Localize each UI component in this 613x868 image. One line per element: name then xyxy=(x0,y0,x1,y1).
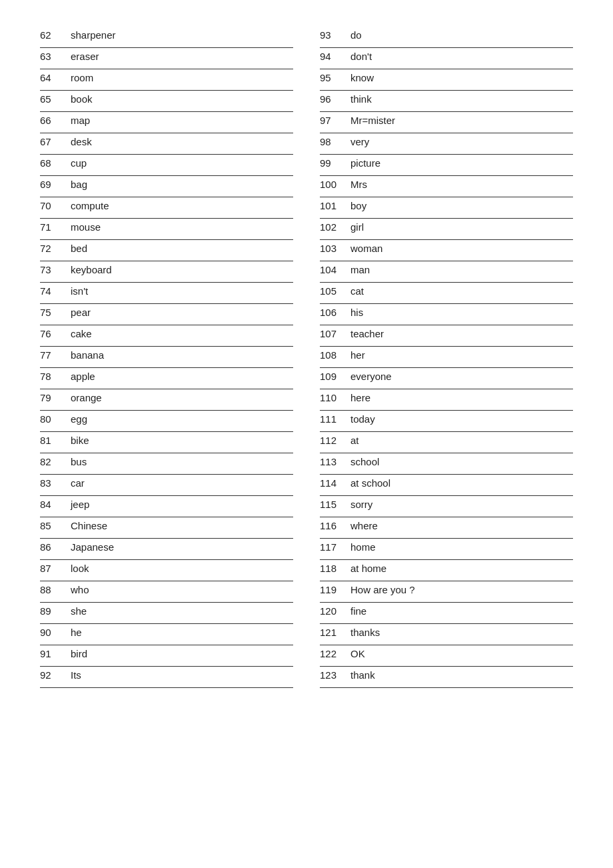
vocab-word: bus xyxy=(68,456,293,467)
vocab-word: cat xyxy=(348,285,573,297)
vocab-number: 78 xyxy=(40,371,68,382)
vocab-word: Mr=mister xyxy=(348,115,573,126)
list-item: 63eraser xyxy=(40,48,293,69)
vocab-number: 80 xyxy=(40,413,68,425)
vocab-number: 114 xyxy=(320,477,348,489)
vocab-number: 117 xyxy=(320,541,348,553)
list-item: 100Mrs xyxy=(320,176,573,197)
list-item: 99picture xyxy=(320,155,573,176)
list-item: 111today xyxy=(320,411,573,432)
vocab-number: 95 xyxy=(320,72,348,83)
list-item: 90he xyxy=(40,624,293,645)
vocab-word: where xyxy=(348,520,573,531)
list-item: 103woman xyxy=(320,240,573,261)
list-item: 113school xyxy=(320,453,573,475)
vocab-word: his xyxy=(348,307,573,318)
list-item: 92Its xyxy=(40,667,293,688)
list-item: 62sharpener xyxy=(40,27,293,48)
vocab-number: 96 xyxy=(320,93,348,105)
list-item: 114at school xyxy=(320,475,573,496)
list-item: 74isn't xyxy=(40,283,293,304)
vocab-number: 85 xyxy=(40,520,68,531)
vocab-word: he xyxy=(68,627,293,638)
list-item: 102girl xyxy=(320,219,573,240)
vocab-word: boy xyxy=(348,200,573,211)
list-item: 69bag xyxy=(40,176,293,197)
list-item: 106his xyxy=(320,304,573,325)
vocab-number: 120 xyxy=(320,605,348,617)
vocab-number: 87 xyxy=(40,563,68,574)
vocab-word: at school xyxy=(348,477,573,489)
vocab-number: 110 xyxy=(320,392,348,403)
vocab-word: room xyxy=(68,72,293,83)
vocab-word: girl xyxy=(348,221,573,233)
list-item: 77banana xyxy=(40,347,293,368)
vocab-word: car xyxy=(68,477,293,489)
vocab-word: isn't xyxy=(68,285,293,297)
list-item: 75pear xyxy=(40,304,293,325)
vocab-number: 112 xyxy=(320,435,348,446)
list-item: 70compute xyxy=(40,197,293,219)
list-item: 79orange xyxy=(40,389,293,411)
vocab-word: know xyxy=(348,72,573,83)
vocab-number: 75 xyxy=(40,307,68,318)
vocab-word: look xyxy=(68,563,293,574)
vocab-number: 105 xyxy=(320,285,348,297)
vocab-number: 93 xyxy=(320,29,348,41)
vocab-number: 118 xyxy=(320,563,348,574)
vocab-number: 64 xyxy=(40,72,68,83)
vocab-word: think xyxy=(348,93,573,105)
vocab-word: bag xyxy=(68,179,293,190)
vocab-number: 79 xyxy=(40,392,68,403)
list-item: 109everyone xyxy=(320,368,573,389)
vocab-word: jeep xyxy=(68,499,293,510)
list-item: 71mouse xyxy=(40,219,293,240)
list-item: 97Mr=mister xyxy=(320,112,573,133)
vocab-word: orange xyxy=(68,392,293,403)
list-item: 117home xyxy=(320,539,573,560)
vocab-number: 111 xyxy=(320,413,348,425)
list-item: 76cake xyxy=(40,325,293,347)
list-item: 80egg xyxy=(40,411,293,432)
vocab-word: very xyxy=(348,136,573,147)
vocab-word: picture xyxy=(348,157,573,169)
vocab-number: 77 xyxy=(40,349,68,361)
list-item: 112at xyxy=(320,432,573,453)
vocab-word: bird xyxy=(68,648,293,659)
vocab-word: How are you ? xyxy=(348,584,573,595)
vocab-number: 109 xyxy=(320,371,348,382)
vocab-word: today xyxy=(348,413,573,425)
vocab-word: don't xyxy=(348,51,573,62)
vocab-number: 94 xyxy=(320,51,348,62)
vocab-word: bed xyxy=(68,243,293,254)
vocab-word: thank xyxy=(348,669,573,681)
list-item: 82bus xyxy=(40,453,293,475)
vocab-word: thanks xyxy=(348,627,573,638)
vocab-word: eraser xyxy=(68,51,293,62)
vocab-number: 63 xyxy=(40,51,68,62)
list-item: 93do xyxy=(320,27,573,48)
vocab-word: banana xyxy=(68,349,293,361)
list-item: 73keyboard xyxy=(40,261,293,283)
right-column: 93do94don't95know96think97Mr=mister98ver… xyxy=(320,27,573,688)
vocab-word: she xyxy=(68,605,293,617)
list-item: 96think xyxy=(320,91,573,112)
vocab-number: 92 xyxy=(40,669,68,681)
list-item: 83car xyxy=(40,475,293,496)
list-item: 68cup xyxy=(40,155,293,176)
list-item: 118at home xyxy=(320,560,573,581)
vocab-number: 81 xyxy=(40,435,68,446)
vocab-number: 73 xyxy=(40,264,68,275)
vocab-word: her xyxy=(348,349,573,361)
vocab-word: woman xyxy=(348,243,573,254)
list-item: 88who xyxy=(40,581,293,603)
vocab-word: fine xyxy=(348,605,573,617)
vocab-number: 123 xyxy=(320,669,348,681)
vocab-number: 84 xyxy=(40,499,68,510)
vocab-number: 76 xyxy=(40,328,68,339)
list-item: 116where xyxy=(320,517,573,539)
vocab-number: 116 xyxy=(320,520,348,531)
vocab-word: keyboard xyxy=(68,264,293,275)
vocab-number: 91 xyxy=(40,648,68,659)
vocab-word: egg xyxy=(68,413,293,425)
